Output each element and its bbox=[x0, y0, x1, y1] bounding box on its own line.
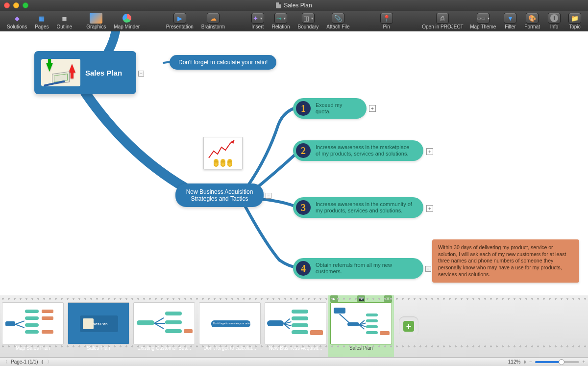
priority-badge-4: 4 bbox=[296, 261, 311, 276]
delete-slide-button[interactable]: ✕ bbox=[384, 295, 392, 302]
outline-button[interactable]: ≣Outline bbox=[53, 12, 76, 30]
goal-text-1: Exceed my quota. bbox=[316, 102, 358, 115]
play-slide-button[interactable]: ▸ bbox=[330, 295, 338, 302]
add-slide-button[interactable]: + bbox=[399, 316, 418, 336]
priority-badge-1: 1 bbox=[296, 101, 311, 116]
expand-toggle-3[interactable]: + bbox=[426, 205, 433, 212]
zoom-stepper[interactable]: ▲▼ bbox=[523, 360, 526, 365]
priority-badge-2: 2 bbox=[296, 143, 311, 158]
solutions-button[interactable]: ◆Solutions bbox=[3, 12, 31, 30]
callout-topic[interactable]: Don't forget to calculate your ratio! bbox=[170, 55, 276, 70]
zoom-out-button[interactable]: − bbox=[529, 359, 532, 365]
slide-thumbnail-1[interactable]: Map Sales Plan bbox=[0, 295, 66, 357]
titlebar: Sales Plan bbox=[0, 0, 588, 11]
slide-thumbnail-5[interactable]: New Business Acquisit... bbox=[263, 295, 328, 357]
goal-text-4: Obtain referrals from all my new custome… bbox=[316, 262, 415, 275]
slide-thumbnail-2[interactable]: Sales Plan Sales Plan bbox=[66, 295, 131, 357]
topic-button[interactable]: 📁Topic bbox=[564, 12, 585, 30]
attach-file-button[interactable]: 📎Attach File bbox=[322, 12, 353, 30]
zoom-slider[interactable] bbox=[535, 361, 579, 363]
page-indicator: Page-1 (1/1) bbox=[11, 359, 38, 365]
goal-topic-4[interactable]: 4 Obtain referrals from all my new custo… bbox=[293, 258, 423, 279]
collapse-toggle-hub[interactable]: − bbox=[266, 193, 271, 199]
slide-thumbnail-4[interactable]: Don't forget to calculate your ratio! Do… bbox=[197, 295, 263, 357]
slide-caption: Sales Plan bbox=[330, 345, 392, 351]
zoom-in-button[interactable]: + bbox=[582, 359, 585, 365]
pages-button[interactable]: ▦Pages bbox=[31, 12, 52, 30]
zoom-level: 112% bbox=[508, 359, 521, 365]
map-theme-button[interactable]: ▭▭Map Theme bbox=[466, 12, 500, 30]
graphics-button[interactable]: Graphics bbox=[82, 12, 110, 30]
growth-chart-image bbox=[203, 137, 243, 169]
presentation-button[interactable]: ▶Presentation bbox=[162, 12, 197, 30]
callout-text: Don't forget to calculate your ratio! bbox=[178, 59, 268, 66]
goal-text-3: Increase awareness in the community of m… bbox=[316, 201, 415, 214]
map-minder-button[interactable]: Map Minder bbox=[110, 12, 144, 30]
info-button[interactable]: iInfo bbox=[544, 12, 564, 30]
presentation-strip: Map Sales Plan Sales Plan Sales Plan Exi… bbox=[0, 295, 588, 357]
relation-button[interactable]: ⤳Relation bbox=[268, 12, 294, 30]
insert-button[interactable]: ✦Insert bbox=[247, 12, 268, 30]
subtopic-text: New Business Acquisition Strategies and … bbox=[185, 188, 254, 202]
slide-caption: New Business Acquisit... bbox=[265, 345, 326, 351]
collapse-toggle[interactable]: − bbox=[138, 71, 144, 77]
page-stepper[interactable]: ▲▼ bbox=[41, 360, 44, 365]
capture-slide-button[interactable]: 📷 bbox=[357, 295, 365, 302]
close-window-button[interactable] bbox=[4, 2, 10, 8]
collapse-toggle-4[interactable]: − bbox=[425, 266, 431, 272]
root-topic[interactable]: Sales Plan bbox=[34, 51, 136, 94]
format-button[interactable]: 🎨Format bbox=[520, 12, 544, 30]
window-controls bbox=[4, 2, 28, 8]
goal-topic-2[interactable]: 2 Increase awareness in the marketplace … bbox=[293, 140, 423, 161]
goal-topic-3[interactable]: 3 Increase awareness in the community of… bbox=[293, 197, 423, 218]
slide-caption: Map Sales Plan bbox=[2, 345, 64, 351]
document-title: Sales Plan bbox=[284, 2, 312, 9]
open-in-project-button[interactable]: ⎙Open in PROJECT bbox=[419, 12, 466, 30]
add-slide: + bbox=[394, 295, 423, 357]
next-page-button[interactable]: 〉 bbox=[47, 359, 52, 366]
minimize-window-button[interactable] bbox=[13, 2, 19, 8]
note-text: Within 30 days of delivering my product,… bbox=[438, 244, 573, 278]
plus-icon: + bbox=[403, 321, 414, 332]
expand-toggle-2[interactable]: + bbox=[426, 148, 433, 155]
expand-toggle-1[interactable]: + bbox=[369, 105, 376, 112]
goal-topic-1[interactable]: 1 Exceed my quota. bbox=[293, 98, 367, 119]
subtopic-new-business[interactable]: New Business Acquisition Strategies and … bbox=[175, 183, 264, 207]
prev-page-button[interactable]: 〈 bbox=[3, 359, 8, 366]
slide-caption: Existing Customer Bus... bbox=[133, 345, 195, 351]
pin-button[interactable]: 📍Pin bbox=[376, 12, 396, 30]
slide-thumbnail-6-selected[interactable]: ▸ 📷 ✕ Sales Plan bbox=[328, 295, 394, 357]
priority-badge-3: 3 bbox=[296, 200, 311, 215]
slide-caption: Sales Plan bbox=[68, 345, 129, 351]
root-topic-title: Sales Plan bbox=[85, 69, 122, 77]
goal-text-2: Increase awareness in the marketplace of… bbox=[316, 144, 415, 157]
slide-thumbnail-3[interactable]: Existing Customer Bus... bbox=[131, 295, 197, 357]
status-bar: 〈 Page-1 (1/1) ▲▼ 〉 112% ▲▼ − + bbox=[0, 357, 588, 366]
maximize-window-button[interactable] bbox=[23, 2, 28, 8]
sales-plan-illustration bbox=[41, 59, 80, 86]
boundary-button[interactable]: ◫Boundary bbox=[294, 12, 322, 30]
document-icon bbox=[276, 2, 281, 8]
brainstorm-button[interactable]: ☁Brainstorm bbox=[197, 12, 229, 30]
filter-button[interactable]: ▼Filter bbox=[500, 12, 520, 30]
mindmap-canvas[interactable]: Sales Plan − Don't forget to calculate y… bbox=[0, 31, 588, 295]
toolbar: ◆Solutions ▦Pages ≣Outline Graphics Map … bbox=[0, 11, 588, 31]
slide-caption: Don't forget to calculat... bbox=[199, 345, 261, 351]
note-topic[interactable]: Within 30 days of delivering my product,… bbox=[432, 239, 579, 283]
